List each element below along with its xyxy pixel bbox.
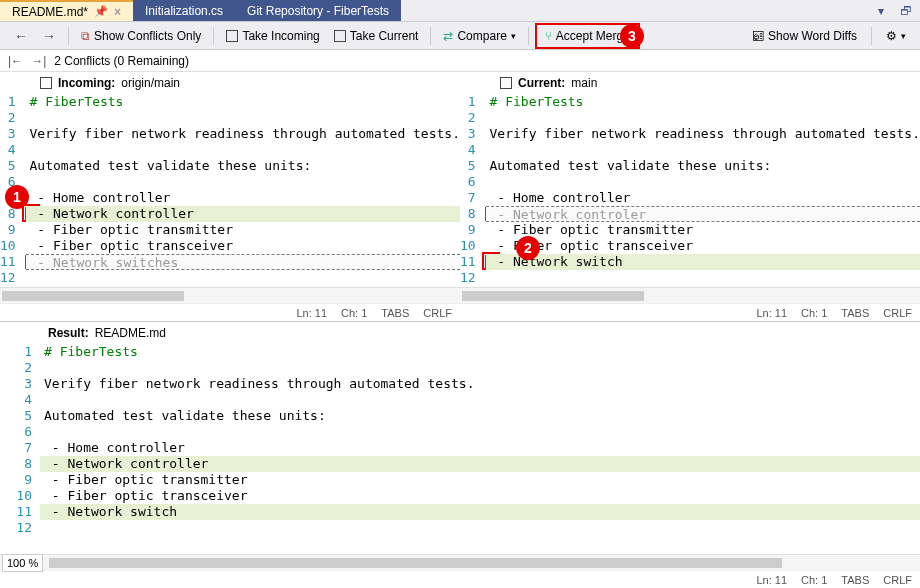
current-pane: Current: main 123456789101112 # FiberTes… [460, 72, 920, 321]
tab-label: Initialization.cs [145, 4, 223, 18]
code-line[interactable]: - Fiber optic transmitter [40, 472, 920, 488]
caret-down-icon[interactable]: ▾ [870, 0, 892, 21]
code-line[interactable]: - Home controller [486, 190, 920, 206]
settings-button[interactable]: ⚙ [880, 26, 912, 46]
take-incoming-icon [226, 30, 238, 42]
tab-label: Git Repository - FiberTests [247, 4, 389, 18]
first-conflict-icon[interactable]: |← [8, 54, 23, 68]
hscroll[interactable]: 100 % [0, 554, 920, 570]
gear-icon: ⚙ [886, 29, 897, 43]
incoming-pane: Incoming: origin/main 123456789101112 # … [0, 72, 460, 321]
incoming-header: Incoming: origin/main [0, 72, 460, 94]
code-line[interactable]: Automated test validate these units: [40, 408, 920, 424]
last-conflict-icon[interactable]: →| [31, 54, 46, 68]
window-icon[interactable]: 🗗 [892, 0, 920, 21]
status-bar-incoming: Ln: 11Ch: 1TABSCRLF [0, 303, 460, 321]
code-line[interactable] [40, 360, 920, 376]
take-current-button[interactable]: Take Current [328, 26, 425, 46]
code-line[interactable]: # FiberTests [26, 94, 460, 110]
word-diffs-icon: 🗟 [752, 29, 764, 43]
code-line[interactable] [26, 270, 460, 286]
code-line[interactable] [26, 142, 460, 158]
pane-icon [40, 77, 52, 89]
code-line[interactable]: - Network controler [486, 206, 920, 222]
code-line[interactable]: - Network controller [40, 456, 920, 472]
code-line[interactable] [486, 174, 920, 190]
conflict-icon: ⧉ [81, 29, 90, 43]
incoming-editor[interactable]: 123456789101112 # FiberTests Verify fibe… [0, 94, 460, 287]
editor-tabs: README.md* 📌 × Initialization.cs Git Rep… [0, 0, 920, 22]
show-word-diffs-button[interactable]: 🗟Show Word Diffs [746, 26, 863, 46]
callout-1: 1 [5, 185, 29, 209]
compare-icon: ⇄ [443, 29, 453, 43]
forward-button[interactable]: → [36, 28, 62, 44]
code-line[interactable] [40, 520, 920, 536]
code-line[interactable] [486, 270, 920, 286]
code-line[interactable]: Automated test validate these units: [486, 158, 920, 174]
show-conflicts-button[interactable]: ⧉Show Conflicts Only [75, 26, 207, 46]
back-button[interactable]: ← [8, 28, 34, 44]
code-line[interactable]: - Network switch [486, 254, 920, 270]
code-line[interactable]: - Fiber optic transmitter [486, 222, 920, 238]
result-header: Result: README.md [0, 322, 920, 344]
code-line[interactable]: - Network switch [40, 504, 920, 520]
code-line[interactable]: Verify fiber network readiness through a… [26, 126, 460, 142]
pin-icon[interactable]: 📌 [94, 5, 108, 18]
take-current-icon [334, 30, 346, 42]
code-line[interactable]: - Network controller [26, 206, 460, 222]
code-line[interactable] [26, 174, 460, 190]
code-line[interactable]: Automated test validate these units: [26, 158, 460, 174]
conflict-bar: |← →| 2 Conflicts (0 Remaining) [0, 50, 920, 72]
tab-label: README.md* [12, 5, 88, 19]
status-bar-result: Ln: 11Ch: 1TABSCRLF [0, 570, 920, 588]
current-header: Current: main [460, 72, 920, 94]
code-line[interactable]: # FiberTests [486, 94, 920, 110]
hscroll[interactable] [460, 287, 920, 303]
code-line[interactable] [26, 110, 460, 126]
hscroll[interactable] [0, 287, 460, 303]
merge-toolbar: ← → ⧉Show Conflicts Only Take Incoming T… [0, 22, 920, 50]
close-icon[interactable]: × [114, 5, 121, 19]
code-line[interactable]: # FiberTests [40, 344, 920, 360]
callout-2: 2 [516, 236, 540, 260]
result-editor[interactable]: 123456789101112 # FiberTests Verify fibe… [0, 344, 920, 554]
code-line[interactable]: - Home controller [40, 440, 920, 456]
diff-panes: 1 2 Incoming: origin/main 12345678910111… [0, 72, 920, 322]
callout-3: 3 [620, 24, 644, 48]
code-line[interactable]: Verify fiber network readiness through a… [486, 126, 920, 142]
take-incoming-button[interactable]: Take Incoming [220, 26, 325, 46]
code-line[interactable] [40, 392, 920, 408]
tab-readme[interactable]: README.md* 📌 × [0, 0, 133, 21]
code-line[interactable]: - Home controller [26, 190, 460, 206]
code-line[interactable]: - Network switches [26, 254, 460, 270]
code-line[interactable] [486, 142, 920, 158]
result-pane: Result: README.md 123456789101112 # Fibe… [0, 322, 920, 588]
code-line[interactable]: - Fiber optic transceiver [486, 238, 920, 254]
zoom-level[interactable]: 100 % [2, 554, 43, 572]
code-line[interactable]: - Fiber optic transceiver [26, 238, 460, 254]
status-bar-current: Ln: 11Ch: 1TABSCRLF [460, 303, 920, 321]
merge-icon: ⑂ [545, 29, 552, 43]
tab-initialization[interactable]: Initialization.cs [133, 0, 235, 21]
code-line[interactable]: - Fiber optic transmitter [26, 222, 460, 238]
code-line[interactable]: - Fiber optic transceiver [40, 488, 920, 504]
code-line[interactable] [40, 424, 920, 440]
compare-button[interactable]: ⇄Compare [437, 26, 521, 46]
tab-git-repository[interactable]: Git Repository - FiberTests [235, 0, 401, 21]
code-line[interactable]: Verify fiber network readiness through a… [40, 376, 920, 392]
pane-icon [500, 77, 512, 89]
code-line[interactable] [486, 110, 920, 126]
conflict-count: 2 Conflicts (0 Remaining) [54, 54, 189, 68]
